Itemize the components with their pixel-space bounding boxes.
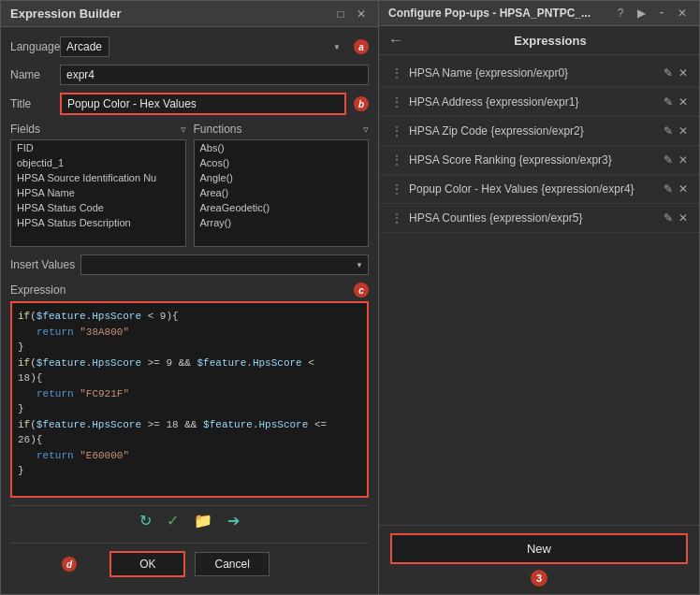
right-panel-title: Configure Pop-ups - HPSA_PNTPC_... [388,7,591,20]
arrow-icon[interactable]: ➔ [227,512,240,530]
expr-delete-icon-3[interactable]: ✕ [678,153,688,167]
expr-bullet-4: ⋮ [390,181,403,196]
minimize-panel-icon[interactable]: ⁃ [654,7,669,20]
fields-section: Fields ▿ FID objectid_1 HPSA Source Iden… [10,123,186,247]
new-button-row: New 3 [379,525,699,594]
functions-section: Functions ▿ Abs() Acos() Angle() Area() … [194,123,370,247]
expr-bullet-3: ⋮ [390,152,403,167]
list-item[interactable]: Array() [195,215,369,230]
badge-three: 3 [531,570,547,587]
insert-select-wrapper [80,254,369,275]
expression-item-2[interactable]: ⋮ HPSA Zip Code {expression/expr2} ✎ ✕ [379,117,699,146]
expr-icons-5: ✎ ✕ [664,211,688,225]
expr-text-0: HPSA Name {expression/expr0} [409,66,568,80]
expression-item-1[interactable]: ⋮ HPSA Address {expression/expr1} ✎ ✕ [379,88,699,117]
insert-values-select[interactable] [80,254,369,275]
expression-header: Expression c [10,283,369,298]
cancel-button[interactable]: Cancel [195,552,269,576]
expr-edit-icon-1[interactable]: ✎ [664,95,673,109]
expr-icons-3: ✎ ✕ [664,153,688,167]
expr-icons-1: ✎ ✕ [664,95,688,109]
name-label: Name [10,68,52,81]
language-row: Language Arcade a [10,36,369,57]
folder-icon[interactable]: 📁 [194,512,212,530]
expression-item-4[interactable]: ⋮ Popup Color - Hex Values {expression/e… [379,175,699,204]
list-item[interactable]: HPSA Status Code [11,200,185,215]
list-item[interactable]: Angle() [195,170,369,185]
expressions-title: Expressions [411,34,690,48]
close-panel-icon[interactable]: ✕ [675,7,690,20]
expr-edit-icon-0[interactable]: ✎ [664,66,673,80]
expr-delete-icon-5[interactable]: ✕ [678,211,688,225]
help-icon[interactable]: ? [613,7,628,20]
fields-label: Fields [10,123,40,136]
expression-item-3[interactable]: ⋮ HPSA Score Ranking {expression/expr3} … [379,146,699,175]
expr-left-2: ⋮ HPSA Zip Code {expression/expr2} [390,123,584,138]
expr-bullet-5: ⋮ [390,210,403,225]
title-label: Title [10,97,52,110]
name-row: Name [10,65,369,85]
expression-item-5[interactable]: ⋮ HPSA Counties {expression/expr5} ✎ ✕ [379,204,699,233]
list-item[interactable]: HPSA Status Description [11,215,185,230]
expr-edit-icon-5[interactable]: ✎ [664,211,673,225]
undo-icon[interactable]: ↻ [139,512,152,530]
expr-edit-icon-2[interactable]: ✎ [664,124,673,138]
header-icons: □ ✕ [333,7,369,21]
language-select[interactable]: Arcade [60,36,109,57]
dock-icon[interactable]: ▶ [634,7,649,20]
list-item[interactable]: AreaGeodetic() [195,200,369,215]
list-item[interactable]: Abs() [195,140,369,155]
expression-toolbar: ↻ ✓ 📁 ➔ [10,505,369,535]
close-icon[interactable]: ✕ [354,7,369,21]
badge-a: a [354,39,369,54]
expr-delete-icon-1[interactable]: ✕ [678,95,688,109]
insert-values-label: Insert Values [10,258,75,271]
expr-text-2: HPSA Zip Code {expression/expr2} [409,124,584,138]
list-item[interactable]: Area() [195,185,369,200]
check-icon[interactable]: ✓ [167,512,179,530]
expression-label: Expression [10,283,66,297]
expr-text-3: HPSA Score Ranking {expression/expr3} [409,153,612,167]
expr-edit-icon-3[interactable]: ✎ [664,153,673,167]
expression-builder-title: Expression Builder [10,7,121,21]
expressions-subheader: ← Expressions [379,26,699,55]
functions-filter-icon[interactable]: ▿ [363,123,369,136]
fields-header: Fields ▿ [10,123,186,136]
expression-section: Expression c if($feature.HpsScore < 9){ … [10,283,369,498]
name-input[interactable] [60,65,369,85]
expr-text-5: HPSA Counties {expression/expr5} [409,211,582,225]
list-item[interactable]: FID [11,140,185,155]
list-item[interactable]: HPSA Source Identification Nu [11,170,185,185]
fields-listbox[interactable]: FID objectid_1 HPSA Source Identificatio… [10,139,186,247]
language-select-wrapper: Arcade [60,36,346,57]
list-item[interactable]: HPSA Name [11,185,185,200]
expr-delete-icon-4[interactable]: ✕ [678,182,688,196]
list-item[interactable]: Acos() [195,155,369,170]
expr-icons-2: ✎ ✕ [664,124,688,138]
left-panel-header: Expression Builder □ ✕ [1,1,378,27]
functions-label: Functions [194,123,242,136]
expr-edit-icon-4[interactable]: ✎ [664,182,673,196]
expr-delete-icon-0[interactable]: ✕ [678,66,688,80]
expr-icons-4: ✎ ✕ [664,182,688,196]
functions-listbox[interactable]: Abs() Acos() Angle() Area() AreaGeodetic… [194,139,370,247]
expr-bullet-2: ⋮ [390,123,403,138]
ok-button[interactable]: OK [109,551,185,577]
expr-left-4: ⋮ Popup Color - Hex Values {expression/e… [390,181,634,196]
badge-d: d [62,557,77,572]
right-header-icons: ? ▶ ⁃ ✕ [613,7,690,20]
title-row: Title b [10,93,369,115]
back-icon[interactable]: ← [388,32,403,49]
expression-editor[interactable]: if($feature.HpsScore < 9){ return "38A80… [10,301,369,498]
fields-filter-icon[interactable]: ▿ [181,123,186,136]
expression-item-0[interactable]: ⋮ HPSA Name {expression/expr0} ✎ ✕ [379,59,699,88]
title-input[interactable] [60,93,346,115]
expr-delete-icon-2[interactable]: ✕ [678,124,688,138]
left-panel-body: Language Arcade a Name Title b Fields [1,27,378,594]
minimize-icon[interactable]: □ [333,7,348,21]
action-row: d OK Cancel [10,543,369,585]
list-item[interactable]: objectid_1 [11,155,185,170]
expr-bullet-0: ⋮ [390,65,403,80]
expr-left-5: ⋮ HPSA Counties {expression/expr5} [390,210,582,225]
new-expression-button[interactable]: New [390,533,688,564]
